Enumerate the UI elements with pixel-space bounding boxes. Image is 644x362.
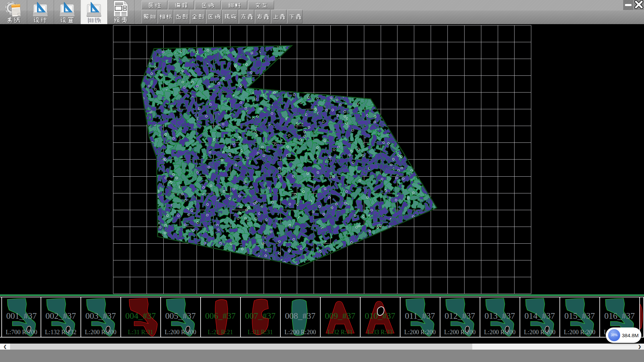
svg-text:010_#37: 010_#37: [365, 311, 395, 321]
svg-text:012_#37: 012_#37: [445, 311, 475, 321]
svg-text:002_#37: 002_#37: [46, 311, 76, 321]
svg-text:006_#37: 006_#37: [205, 311, 236, 321]
svg-text:001_#37: 001_#37: [6, 311, 37, 321]
svg-text:003_#37: 003_#37: [86, 311, 116, 321]
svg-text:008_#37: 008_#37: [285, 311, 316, 321]
svg-text:005_#37: 005_#37: [165, 311, 196, 321]
svg-text:L:200 R:200: L:200 R:200: [484, 329, 516, 336]
svg-text:L:200 R:200: L:200 R:200: [284, 329, 316, 336]
svg-text:L:132 R:132: L:132 R:132: [45, 329, 76, 336]
svg-text:013_#37: 013_#37: [485, 311, 515, 321]
svg-text:004_#37: 004_#37: [125, 311, 156, 321]
svg-text:L:200 R:200: L:200 R:200: [404, 329, 436, 336]
svg-text:L:32 R:31: L:32 R:31: [327, 329, 353, 336]
svg-text:015_#37: 015_#37: [565, 311, 595, 321]
svg-text:L:33 R:33: L:33 R:33: [367, 329, 393, 336]
svg-text:L:200 R:200: L:200 R:200: [444, 329, 476, 336]
svg-text:009_#37: 009_#37: [325, 311, 356, 321]
svg-text:L:200 R:200: L:200 R:200: [564, 329, 595, 336]
svg-text:L:31 R:31: L:31 R:31: [128, 329, 153, 336]
svg-text:016_#37: 016_#37: [604, 311, 635, 321]
svg-text:L:200 R:200: L:200 R:200: [165, 329, 196, 336]
svg-text:L:21 R:21: L:21 R:21: [208, 329, 233, 336]
svg-text:L:31 R:31: L:31 R:31: [248, 329, 273, 336]
svg-text:007_#37: 007_#37: [245, 311, 276, 321]
svg-text:L:700 R:700: L:700 R:700: [6, 329, 37, 336]
svg-text:011_#37: 011_#37: [405, 311, 435, 321]
svg-text:L:200 R:200: L:200 R:200: [85, 329, 116, 336]
svg-text:L:200 R:200: L:200 R:200: [524, 329, 555, 336]
svg-text:014_#37: 014_#37: [525, 311, 555, 321]
